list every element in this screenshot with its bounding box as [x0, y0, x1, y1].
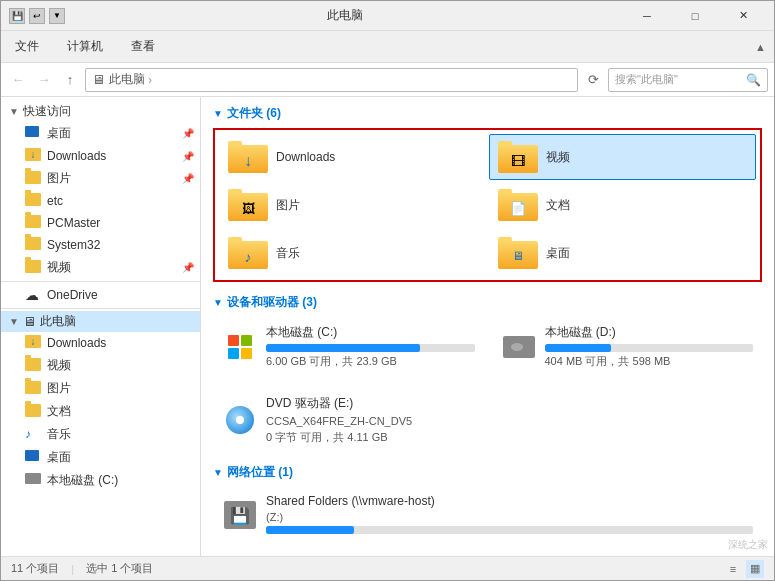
ribbon-tab-view[interactable]: 查看 [125, 34, 161, 59]
close-button[interactable]: ✕ [720, 2, 766, 30]
drive-c-icon [222, 329, 258, 365]
forward-button[interactable]: → [33, 69, 55, 91]
sidebar-item-label: Downloads [47, 149, 106, 163]
sidebar-item-etc-qa[interactable]: etc [1, 190, 200, 212]
list-view-button[interactable]: ≡ [724, 560, 742, 578]
sidebar-item-pcmaster-qa[interactable]: PCMaster [1, 212, 200, 234]
folder-icon [25, 237, 41, 253]
network-label: Shared Folders (\\vmware-host) [266, 494, 753, 508]
up-button[interactable]: ↑ [59, 69, 81, 91]
sidebar-item-label: 音乐 [47, 426, 71, 443]
main-window: 💾 ↩ ▼ 此电脑 ─ □ ✕ 文件 计算机 查看 ▲ ← → ↑ 🖥 此电脑 … [0, 0, 775, 581]
ribbon-tab-computer[interactable]: 计算机 [61, 34, 109, 59]
undo-btn[interactable]: ↩ [29, 8, 45, 24]
drive-d-progress-bar [545, 344, 612, 352]
network-shared-item[interactable]: 💾 Shared Folders (\\vmware-host) (Z:) [213, 487, 762, 543]
sidebar-item-label: 文档 [47, 403, 71, 420]
folder-item-downloads[interactable]: ↓ Downloads [219, 134, 487, 180]
sidebar-quickaccess-label: 快速访问 [23, 103, 71, 120]
sidebar-item-desktop-qa[interactable]: 桌面 📌 [1, 122, 200, 145]
sidebar-item-drive-c-pc[interactable]: 本地磁盘 (C:) [1, 469, 200, 492]
folder-pictures-icon: 🖼 [228, 189, 268, 221]
quick-save-btn[interactable]: 💾 [9, 8, 25, 24]
folder-icon [25, 260, 41, 276]
pin-icon: 📌 [182, 151, 194, 162]
folder-icon-4 [25, 404, 41, 420]
folder-label: 图片 [276, 197, 300, 214]
sidebar-item-onedrive[interactable]: ☁ OneDrive [1, 284, 200, 306]
refresh-button[interactable]: ⟳ [582, 69, 604, 91]
sidebar-item-label: Downloads [47, 336, 106, 350]
video-overlay-icon: 🎞 [511, 153, 525, 169]
content-area: ▼ 文件夹 (6) ↓ Downloads [201, 97, 774, 556]
folder-item-video[interactable]: 🎞 视频 [489, 134, 757, 180]
desktop-overlay-icon: 🖥 [512, 249, 524, 263]
drive-d-info: 本地磁盘 (D:) 404 MB 可用，共 598 MB [545, 324, 754, 369]
folder-music-icon: ♪ [228, 237, 268, 269]
folder-icon-2 [25, 358, 41, 374]
drive-d-progress-bar-bg [545, 344, 754, 352]
drive-d-item[interactable]: 本地磁盘 (D:) 404 MB 可用，共 598 MB [492, 317, 763, 376]
download-overlay-icon: ↓ [244, 152, 252, 170]
devices-section-header[interactable]: ▼ 设备和驱动器 (3) [213, 294, 762, 311]
folder-item-music[interactable]: ♪ 音乐 [219, 230, 487, 276]
search-icon: 🔍 [746, 73, 761, 87]
address-path[interactable]: 🖥 此电脑 › [85, 68, 578, 92]
folder-label: 视频 [546, 149, 570, 166]
onedrive-icon: ☁ [25, 287, 41, 303]
sidebar-item-label: System32 [47, 238, 100, 252]
window-controls: ─ □ ✕ [624, 2, 766, 30]
network-progress-bar [266, 526, 354, 534]
folder-label: 文档 [546, 197, 570, 214]
back-button[interactable]: ← [7, 69, 29, 91]
drive-c-item[interactable]: 本地磁盘 (C:) 6.00 GB 可用，共 23.9 GB [213, 317, 484, 376]
folder-item-pictures[interactable]: 🖼 图片 [219, 182, 487, 228]
chevron-devices-icon: ▼ [213, 297, 223, 308]
folders-section-header[interactable]: ▼ 文件夹 (6) [213, 105, 762, 122]
drives-list: 本地磁盘 (C:) 6.00 GB 可用，共 23.9 GB [213, 317, 762, 376]
sidebar-item-label: 图片 [47, 170, 71, 187]
sidebar-item-label: OneDrive [47, 288, 98, 302]
folder-icon [25, 215, 41, 231]
folder-label: Downloads [276, 150, 335, 164]
sidebar-item-pictures-qa[interactable]: 图片 📌 [1, 167, 200, 190]
sidebar-item-downloads-pc[interactable]: ↓ Downloads [1, 332, 200, 354]
ribbon: 文件 计算机 查看 ▲ [1, 31, 774, 63]
sidebar-item-docs-pc[interactable]: 文档 [1, 400, 200, 423]
sidebar-item-video-pc[interactable]: 视频 [1, 354, 200, 377]
folder-video-icon: 🎞 [498, 141, 538, 173]
grid-view-button[interactable]: ▦ [746, 560, 764, 578]
folder-item-desktop[interactable]: 🖥 桌面 [489, 230, 757, 276]
dvd-drive-item[interactable]: DVD 驱动器 (E:) CCSA_X64FRE_ZH-CN_DV5 0 字节 … [213, 388, 762, 452]
network-sublabel: (Z:) [266, 511, 753, 523]
sidebar-item-downloads-qa[interactable]: ↓ Downloads 📌 [1, 145, 200, 167]
ribbon-collapse-btn[interactable]: ▲ [755, 41, 766, 53]
sidebar-item-desktop-pc[interactable]: 桌面 [1, 446, 200, 469]
sidebar: ▼ 快速访问 桌面 📌 ↓ Downloads 📌 [1, 97, 201, 556]
folder-item-documents[interactable]: 📄 文档 [489, 182, 757, 228]
music-icon: ♪ [25, 427, 41, 443]
status-separator: | [71, 563, 74, 575]
sidebar-quickaccess-header[interactable]: ▼ 快速访问 [1, 101, 200, 122]
sidebar-item-system32-qa[interactable]: System32 [1, 234, 200, 256]
maximize-button[interactable]: □ [672, 2, 718, 30]
sidebar-divider-2 [1, 308, 200, 309]
sidebar-item-video-qa[interactable]: 视频 📌 [1, 256, 200, 279]
minimize-button[interactable]: ─ [624, 2, 670, 30]
sidebar-pc-header[interactable]: ▼ 🖥 此电脑 [1, 311, 200, 332]
status-bar: 11 个项目 | 选中 1 个项目 ≡ ▦ [1, 556, 774, 580]
search-box[interactable]: 搜索"此电脑" 🔍 [608, 68, 768, 92]
folders-grid: ↓ Downloads 🎞 视频 [213, 128, 762, 282]
dvd-info: DVD 驱动器 (E:) CCSA_X64FRE_ZH-CN_DV5 0 字节 … [266, 395, 753, 445]
title-bar-left: 💾 ↩ ▼ [9, 8, 65, 24]
drive-d-label: 本地磁盘 (D:) [545, 324, 754, 341]
breadcrumb-root: 此电脑 [109, 71, 145, 88]
network-progress-bar-bg [266, 526, 753, 534]
network-section-header[interactable]: ▼ 网络位置 (1) [213, 464, 762, 481]
sidebar-item-music-pc[interactable]: ♪ 音乐 [1, 423, 200, 446]
dropdown-btn[interactable]: ▼ [49, 8, 65, 24]
drive-c-icon [25, 473, 41, 489]
sidebar-item-pictures-pc[interactable]: 图片 [1, 377, 200, 400]
ribbon-tab-file[interactable]: 文件 [9, 34, 45, 59]
chevron-folders-icon: ▼ [213, 108, 223, 119]
